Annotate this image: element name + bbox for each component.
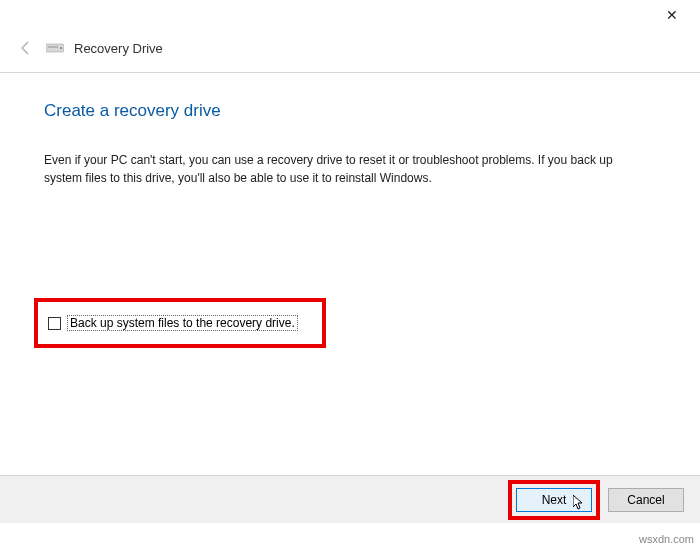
- close-icon: ✕: [666, 7, 678, 23]
- backup-checkbox-label: Back up system files to the recovery dri…: [67, 315, 298, 331]
- wizard-header: Recovery Drive: [0, 30, 700, 73]
- backup-checkbox[interactable]: [48, 317, 61, 330]
- content-area: Create a recovery drive Even if your PC …: [0, 73, 700, 187]
- cancel-button-label: Cancel: [627, 493, 664, 507]
- svg-point-2: [60, 47, 62, 49]
- close-button[interactable]: ✕: [650, 1, 694, 29]
- back-arrow-icon[interactable]: [16, 38, 36, 58]
- title-bar: ✕: [0, 0, 700, 30]
- cursor-icon: [573, 495, 585, 517]
- svg-rect-1: [48, 46, 58, 48]
- watermark: wsxdn.com: [639, 533, 694, 545]
- next-button-label: Next: [542, 493, 567, 507]
- cancel-button[interactable]: Cancel: [608, 488, 684, 512]
- wizard-title: Recovery Drive: [74, 41, 163, 56]
- checkbox-highlight: Back up system files to the recovery dri…: [34, 298, 326, 348]
- wizard-footer: Next Cancel: [0, 475, 700, 523]
- next-button-highlight: Next: [508, 480, 600, 520]
- recovery-drive-icon: [46, 42, 64, 54]
- backup-checkbox-row[interactable]: Back up system files to the recovery dri…: [48, 315, 298, 331]
- page-description: Even if your PC can't start, you can use…: [44, 151, 634, 187]
- next-button[interactable]: Next: [516, 488, 592, 512]
- page-title: Create a recovery drive: [44, 101, 656, 121]
